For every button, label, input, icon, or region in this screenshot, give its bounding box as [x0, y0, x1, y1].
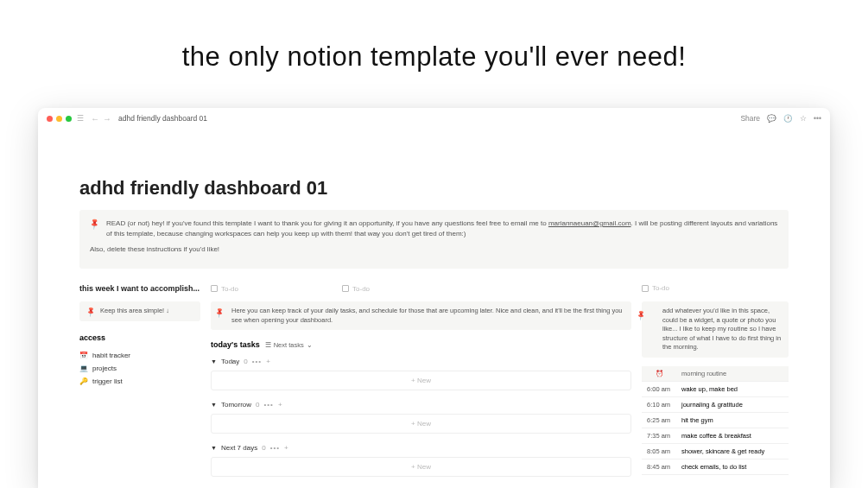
more-icon[interactable]: ••• [814, 114, 821, 123]
routine-row[interactable]: 6:25 amhit the gym [642, 412, 789, 428]
new-task-next7[interactable]: + New [211, 457, 631, 477]
pin-icon: 📌 [212, 306, 231, 326]
access-projects[interactable]: 💻projects [79, 362, 200, 375]
app-window: ☰ ← → adhd friendly dashboard 01 Share 💬… [38, 108, 830, 488]
sidebar-toggle-icon[interactable]: ☰ [77, 114, 84, 123]
nav-back-icon[interactable]: ← [91, 114, 99, 124]
triangle-down-icon: ▼ [211, 358, 217, 364]
access-heading: access [79, 333, 200, 342]
traffic-lights [47, 116, 72, 122]
routine-row[interactable]: 7:35 ammake coffee & breakfast [642, 428, 789, 443]
routine-header-label: morning routine [676, 366, 789, 382]
database-view-selector[interactable]: ☰ Next tasks ⌄ [265, 341, 313, 349]
comments-icon[interactable]: 💬 [767, 114, 776, 123]
page-content: adhd friendly dashboard 01 📌 READ (or no… [38, 129, 830, 488]
task-group-next7days: ▼ Next 7 days 0 ••• + + New [211, 442, 631, 477]
routine-row[interactable]: 8:05 amshower, skincare & get ready [642, 443, 789, 459]
routine-row[interactable]: 8:45 amcheck emails, to do list [642, 459, 789, 474]
routine-row[interactable]: 6:10 amjournaling & gratitude [642, 396, 789, 412]
email-link[interactable]: mariannaeuan@gmail.com [548, 219, 631, 227]
group-add-icon[interactable]: + [284, 444, 288, 452]
laptop-icon: 💻 [79, 364, 88, 372]
routine-row[interactable]: 6:00 amwake up, make bed [642, 381, 789, 396]
page-title: adhd friendly dashboard 01 [79, 177, 789, 200]
group-more-icon[interactable]: ••• [264, 401, 274, 409]
clock-icon: ⏰ [642, 366, 676, 382]
close-window-icon[interactable] [47, 116, 53, 122]
tasks-title: today's tasks [211, 340, 260, 349]
left-callout: 📌 Keep this area simple! ↓ [79, 301, 200, 321]
updates-icon[interactable]: 🕐 [783, 114, 793, 123]
group-toggle-tomorrow[interactable]: ▼ Tomorrow 0 ••• + [211, 399, 631, 410]
group-toggle-next7[interactable]: ▼ Next 7 days 0 ••• + [211, 442, 631, 453]
todo-checkbox-1[interactable]: To-do [211, 284, 238, 293]
new-task-tomorrow[interactable]: + New [211, 414, 631, 434]
window-toolbar: ☰ ← → adhd friendly dashboard 01 Share 💬… [38, 108, 830, 129]
callout-paragraph-1: READ (or not) hey! if you've found this … [90, 219, 778, 239]
calendar-icon: 📅 [79, 352, 88, 359]
group-add-icon[interactable]: + [278, 401, 282, 409]
nav-forward-icon[interactable]: → [103, 114, 111, 124]
triangle-down-icon: ▼ [211, 445, 217, 451]
maximize-window-icon[interactable] [66, 116, 72, 122]
task-group-tomorrow: ▼ Tomorrow 0 ••• + + New [211, 399, 631, 434]
right-callout: 📌 add whatever you'd like in this space,… [642, 301, 789, 358]
new-task-today[interactable]: + New [211, 371, 631, 390]
group-more-icon[interactable]: ••• [252, 358, 262, 365]
group-more-icon[interactable]: ••• [270, 444, 280, 452]
breadcrumb[interactable]: adhd friendly dashboard 01 [118, 114, 207, 123]
marketing-headline: the only notion template you'll ever nee… [0, 41, 868, 73]
minimize-window-icon[interactable] [56, 116, 62, 122]
pin-icon: 📌 [85, 305, 98, 318]
task-group-today: ▼ Today 0 ••• + + New [211, 356, 631, 390]
chevron-down-icon: ⌄ [307, 341, 313, 349]
share-button[interactable]: Share [740, 114, 760, 123]
todo-checkbox-3[interactable]: To-do [642, 284, 789, 292]
group-add-icon[interactable]: + [266, 358, 270, 365]
favorite-icon[interactable]: ☆ [800, 114, 807, 123]
callout-paragraph-2: Also, delete these instructions if you'd… [90, 244, 778, 255]
intro-callout: 📌 READ (or not) hey! if you've found thi… [79, 210, 789, 269]
triangle-down-icon: ▼ [211, 402, 217, 408]
routine-table: ⏰ morning routine 6:00 amwake up, make b… [642, 366, 789, 475]
list-icon: ☰ [265, 341, 271, 349]
mid-callout: 📌 Here you can keep track of your daily … [211, 301, 631, 330]
group-toggle-today[interactable]: ▼ Today 0 ••• + [211, 356, 631, 367]
access-habit-tracker[interactable]: 📅habit tracker [79, 349, 200, 362]
section-heading: this week I want to accomplish... [79, 284, 200, 293]
key-icon: 🔑 [79, 377, 88, 385]
todo-checkbox-2[interactable]: To-do [342, 284, 370, 293]
access-trigger-list[interactable]: 🔑trigger list [79, 375, 200, 388]
